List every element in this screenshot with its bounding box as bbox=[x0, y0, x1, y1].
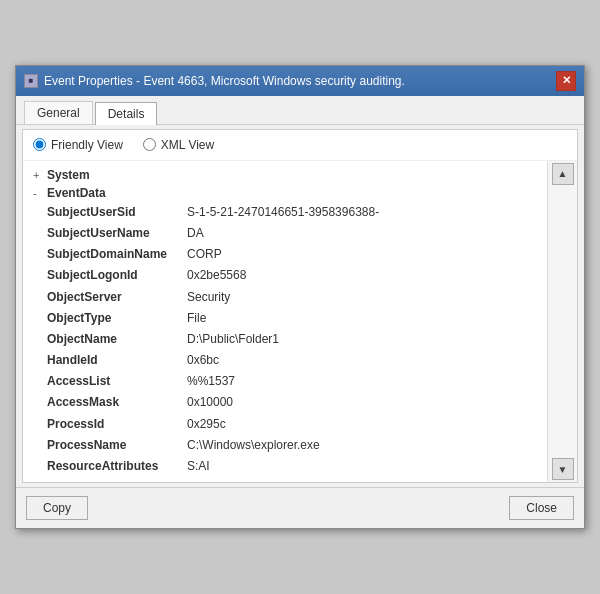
table-row: SubjectDomainNameCORP bbox=[37, 244, 547, 265]
data-key-10: ProcessId bbox=[47, 415, 187, 434]
data-value-7: 0x6bc bbox=[187, 351, 219, 370]
data-value-2: CORP bbox=[187, 245, 222, 264]
table-row: ResourceAttributesS:AI bbox=[37, 456, 547, 477]
main-window: ■ Event Properties - Event 4663, Microso… bbox=[15, 65, 585, 529]
data-key-3: SubjectLogonId bbox=[47, 266, 187, 285]
system-node: + System bbox=[23, 166, 547, 184]
window-title: Event Properties - Event 4663, Microsoft… bbox=[44, 74, 405, 88]
data-key-11: ProcessName bbox=[47, 436, 187, 455]
content-area: Friendly View XML View + System - EventD… bbox=[22, 129, 578, 483]
friendly-view-option[interactable]: Friendly View bbox=[33, 138, 123, 152]
table-row: ObjectTypeFile bbox=[37, 308, 547, 329]
xml-view-radio[interactable] bbox=[143, 138, 156, 151]
data-value-4: Security bbox=[187, 288, 230, 307]
xml-view-option[interactable]: XML View bbox=[143, 138, 214, 152]
table-row: ProcessNameC:\Windows\explorer.exe bbox=[37, 435, 547, 456]
tab-details[interactable]: Details bbox=[95, 102, 158, 125]
table-row: HandleId0x6bc bbox=[37, 350, 547, 371]
data-key-9: AccessMask bbox=[47, 393, 187, 412]
data-key-4: ObjectServer bbox=[47, 288, 187, 307]
data-value-9: 0x10000 bbox=[187, 393, 233, 412]
table-row: AccessMask0x10000 bbox=[37, 392, 547, 413]
eventdata-toggle[interactable]: - bbox=[33, 187, 47, 199]
table-row: ObjectServerSecurity bbox=[37, 287, 547, 308]
title-bar-left: ■ Event Properties - Event 4663, Microso… bbox=[24, 74, 405, 88]
data-key-2: SubjectDomainName bbox=[47, 245, 187, 264]
data-value-6: D:\Public\Folder1 bbox=[187, 330, 279, 349]
data-value-12: S:AI bbox=[187, 457, 210, 476]
view-options: Friendly View XML View bbox=[23, 130, 577, 161]
table-row: SubjectUserSidS-1-5-21-2470146651-395839… bbox=[37, 202, 547, 223]
data-rows: SubjectUserSidS-1-5-21-2470146651-395839… bbox=[23, 202, 547, 477]
data-value-0: S-1-5-21-2470146651-3958396388- bbox=[187, 203, 379, 222]
tabs-bar: General Details bbox=[16, 96, 584, 125]
scrollbar: ▲ ▼ bbox=[547, 161, 577, 482]
close-button[interactable]: Close bbox=[509, 496, 574, 520]
data-value-8: %%1537 bbox=[187, 372, 235, 391]
table-row: ProcessId0x295c bbox=[37, 414, 547, 435]
data-key-1: SubjectUserName bbox=[47, 224, 187, 243]
scroll-down-button[interactable]: ▼ bbox=[552, 458, 574, 480]
eventdata-node: - EventData bbox=[23, 184, 547, 202]
table-row: ObjectNameD:\Public\Folder1 bbox=[37, 329, 547, 350]
table-row: SubjectUserNameDA bbox=[37, 223, 547, 244]
scroll-down-arrow: ▼ bbox=[558, 464, 568, 475]
tree-content: + System - EventData SubjectUserSidS-1-5… bbox=[23, 161, 547, 482]
data-key-12: ResourceAttributes bbox=[47, 457, 187, 476]
tab-general[interactable]: General bbox=[24, 101, 93, 124]
xml-view-label: XML View bbox=[161, 138, 214, 152]
data-key-8: AccessList bbox=[47, 372, 187, 391]
data-value-3: 0x2be5568 bbox=[187, 266, 246, 285]
copy-button[interactable]: Copy bbox=[26, 496, 88, 520]
data-key-7: HandleId bbox=[47, 351, 187, 370]
table-row: AccessList%%1537 bbox=[37, 371, 547, 392]
eventdata-label: EventData bbox=[47, 186, 106, 200]
system-toggle[interactable]: + bbox=[33, 169, 47, 181]
data-value-1: DA bbox=[187, 224, 204, 243]
data-key-0: SubjectUserSid bbox=[47, 203, 187, 222]
data-key-6: ObjectName bbox=[47, 330, 187, 349]
window-close-button[interactable]: ✕ bbox=[556, 71, 576, 91]
table-row: SubjectLogonId0x2be5568 bbox=[37, 265, 547, 286]
window-icon: ■ bbox=[24, 74, 38, 88]
friendly-view-label: Friendly View bbox=[51, 138, 123, 152]
title-bar: ■ Event Properties - Event 4663, Microso… bbox=[16, 66, 584, 96]
scroll-up-button[interactable]: ▲ bbox=[552, 163, 574, 185]
scroll-up-arrow: ▲ bbox=[558, 168, 568, 179]
data-value-5: File bbox=[187, 309, 206, 328]
main-content-wrapper: + System - EventData SubjectUserSidS-1-5… bbox=[23, 161, 577, 482]
bottom-bar: Copy Close bbox=[16, 487, 584, 528]
data-value-10: 0x295c bbox=[187, 415, 226, 434]
data-value-11: C:\Windows\explorer.exe bbox=[187, 436, 320, 455]
friendly-view-radio[interactable] bbox=[33, 138, 46, 151]
system-label: System bbox=[47, 168, 90, 182]
data-key-5: ObjectType bbox=[47, 309, 187, 328]
